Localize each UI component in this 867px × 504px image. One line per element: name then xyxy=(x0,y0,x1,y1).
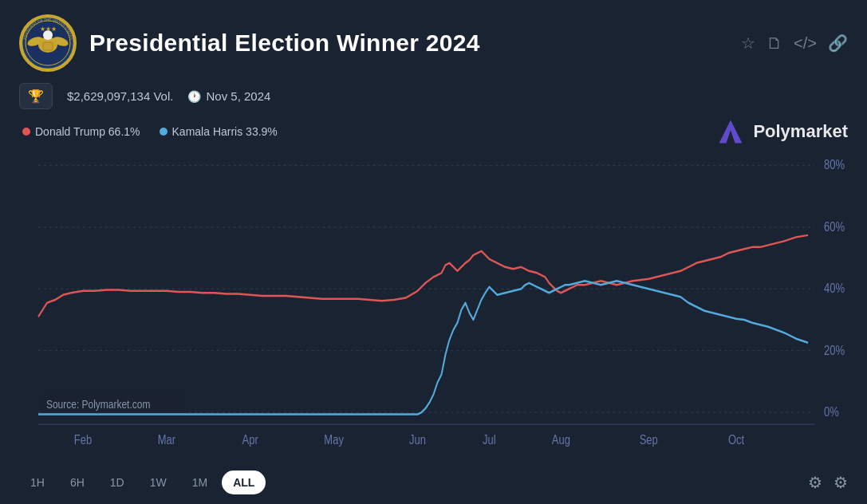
trump-dot xyxy=(22,128,30,136)
svg-text:May: May xyxy=(324,433,344,447)
trump-legend: Donald Trump 66.1% xyxy=(22,125,140,138)
header-actions: ☆ 🗋 </> 🔗 xyxy=(741,33,848,53)
svg-rect-6 xyxy=(43,42,53,50)
polymarket-brand: Polymarket xyxy=(716,117,848,146)
filter-1d[interactable]: 1D xyxy=(99,471,136,494)
svg-text:Jul: Jul xyxy=(483,433,496,447)
harris-label: Kamala Harris 33.9% xyxy=(172,125,278,138)
star-icon[interactable]: ☆ xyxy=(741,33,755,53)
brand-name: Polymarket xyxy=(753,121,848,142)
filter-1m[interactable]: 1M xyxy=(181,471,219,494)
chart-wrapper: 80% 60% 40% 20% 0% Feb Mar Apr May Jun J… xyxy=(19,156,848,464)
filter-6h[interactable]: 6H xyxy=(59,471,96,494)
code-icon[interactable]: </> xyxy=(794,34,817,53)
svg-text:Feb: Feb xyxy=(74,433,92,447)
svg-text:Oct: Oct xyxy=(728,433,744,447)
svg-text:80%: 80% xyxy=(824,158,845,172)
clock-icon: 🕐 xyxy=(187,90,201,103)
filter-1h[interactable]: 1H xyxy=(19,471,56,494)
filter-controls: ⚙ ⚙ xyxy=(808,473,848,492)
chart-svg: 80% 60% 40% 20% 0% Feb Mar Apr May Jun J… xyxy=(19,156,848,464)
svg-text:20%: 20% xyxy=(824,343,845,357)
link-icon[interactable]: 🔗 xyxy=(828,33,848,53)
svg-text:0%: 0% xyxy=(824,405,839,419)
svg-text:Aug: Aug xyxy=(552,433,570,447)
trump-label: Donald Trump 66.1% xyxy=(35,125,140,138)
svg-text:60%: 60% xyxy=(824,220,845,234)
filter-all[interactable]: ALL xyxy=(222,471,266,494)
volume-text: $2,629,097,134 Vol. xyxy=(67,89,173,103)
header: ★★★ PRESIDENT OF THE UNITED STATES Presi… xyxy=(19,14,848,72)
svg-text:Mar: Mar xyxy=(158,433,175,447)
document-icon[interactable]: 🗋 xyxy=(767,34,782,53)
page-title: Presidential Election Winner 2024 xyxy=(89,30,480,57)
sliders-icon[interactable]: ⚙ xyxy=(808,473,822,492)
legend-row: Donald Trump 66.1% Kamala Harris 33.9% P… xyxy=(19,117,848,146)
svg-text:★★★: ★★★ xyxy=(40,26,57,33)
svg-text:Sep: Sep xyxy=(640,433,658,447)
trophy-badge: 🏆 xyxy=(19,83,53,109)
svg-text:40%: 40% xyxy=(824,282,845,296)
harris-legend: Kamala Harris 33.9% xyxy=(160,125,278,138)
settings-icon[interactable]: ⚙ xyxy=(834,473,848,492)
svg-text:Jun: Jun xyxy=(409,433,426,447)
filter-1w[interactable]: 1W xyxy=(139,471,178,494)
presidential-seal: ★★★ PRESIDENT OF THE UNITED STATES xyxy=(19,14,77,72)
time-filters: 1H 6H 1D 1W 1M ALL ⚙ ⚙ xyxy=(19,471,848,494)
date-value: Nov 5, 2024 xyxy=(206,89,270,103)
harris-dot xyxy=(160,128,167,136)
svg-text:Source: Polymarket.com: Source: Polymarket.com xyxy=(46,398,150,411)
subtitle-row: 🏆 $2,629,097,134 Vol. 🕐 Nov 5, 2024 xyxy=(19,83,848,109)
polymarket-logo-icon xyxy=(716,117,745,146)
date-row: 🕐 Nov 5, 2024 xyxy=(187,89,270,103)
svg-text:Apr: Apr xyxy=(242,433,258,447)
